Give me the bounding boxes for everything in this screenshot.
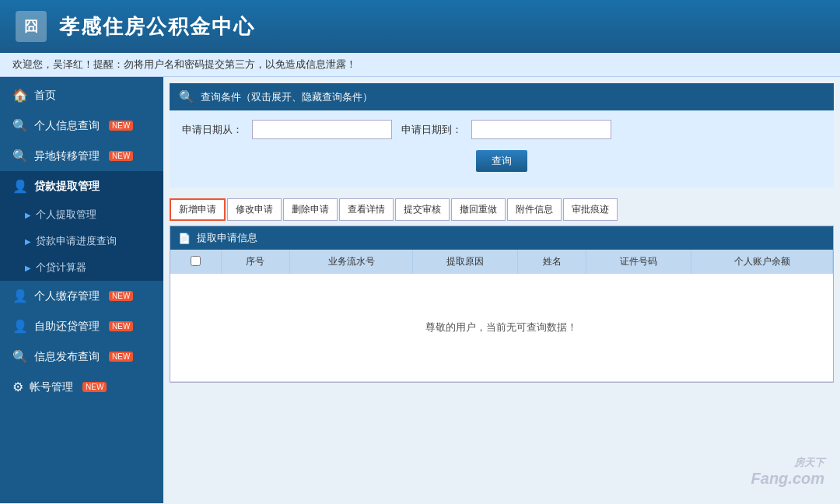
sidebar-item-personal-info[interactable]: 🔍 个人信息查询 NEW bbox=[0, 110, 163, 141]
to-date-input[interactable] bbox=[471, 120, 611, 139]
main-content: 🔍 查询条件（双击展开、隐藏查询条件） 申请日期从： 申请日期到： 查询 bbox=[163, 77, 840, 503]
table-wrap: 序号 业务流水号 提取原因 姓名 证件号码 个人账户余额 bbox=[170, 250, 833, 382]
col-id-no: 证件号码 bbox=[586, 250, 691, 274]
to-date-label: 申请日期到： bbox=[401, 123, 462, 137]
watermark: 房天下 Fang.com bbox=[751, 456, 824, 488]
repay-new-badge: NEW bbox=[109, 321, 133, 331]
toolbar: 新增申请 修改申请 删除申请 查看详情 提交审核 撤回重做 附件信息 审批痕迹 bbox=[163, 194, 840, 226]
content-area: 🔍 查询条件（双击展开、隐藏查询条件） 申请日期从： 申请日期到： 查询 bbox=[163, 77, 840, 503]
edit-apply-button[interactable]: 修改申请 bbox=[227, 198, 282, 221]
sidebar-item-info-label: 信息发布查询 bbox=[34, 350, 100, 364]
notice-bar: 欢迎您，吴泽红！提醒：勿将用户名和密码提交第三方，以免造成信息泄露！ bbox=[0, 53, 840, 77]
table-doc-icon: 📄 bbox=[178, 233, 191, 244]
arrow-icon-3: ▶ bbox=[25, 264, 31, 272]
sub-item-personal-withdraw-label: 个人提取管理 bbox=[36, 208, 96, 222]
personal-info-icon: 🔍 bbox=[12, 118, 28, 133]
table-section: 📄 提取申请信息 序号 业务流水号 提取原因 姓名 证件号码 bbox=[170, 226, 834, 383]
sidebar-item-loan-withdraw[interactable]: 👤 贷款提取管理 bbox=[0, 171, 163, 201]
account-new-badge: NEW bbox=[82, 382, 107, 392]
info-new-badge: NEW bbox=[109, 352, 133, 362]
info-icon: 🔍 bbox=[12, 349, 28, 364]
sidebar-item-info-query[interactable]: 🔍 信息发布查询 NEW bbox=[0, 341, 163, 372]
deposit-icon: 👤 bbox=[12, 289, 28, 303]
table-header-bar: 📄 提取申请信息 bbox=[170, 226, 833, 250]
sidebar-sub-item-loan-progress[interactable]: ▶ 贷款申请进度查询 bbox=[0, 228, 163, 254]
sub-item-loan-progress-label: 贷款申请进度查询 bbox=[36, 234, 117, 248]
arrow-icon: ▶ bbox=[25, 211, 31, 219]
table-section-title: 提取申请信息 bbox=[197, 231, 257, 245]
from-date-input[interactable] bbox=[252, 120, 392, 139]
transfer-new-badge: NEW bbox=[109, 151, 133, 161]
sidebar-item-account-mgmt[interactable]: ⚙ 帐号管理 NEW bbox=[0, 372, 163, 402]
delete-apply-button[interactable]: 删除申请 bbox=[283, 198, 338, 221]
sidebar-item-loan-withdraw-label: 贷款提取管理 bbox=[34, 180, 100, 194]
layout: 🏠 首页 🔍 个人信息查询 NEW 🔍 异地转移管理 NEW 👤 贷款提取管理 … bbox=[0, 77, 840, 503]
view-detail-button[interactable]: 查看详情 bbox=[339, 198, 394, 221]
sidebar-item-home[interactable]: 🏠 首页 bbox=[0, 80, 163, 110]
col-flow-no: 业务流水号 bbox=[289, 250, 412, 274]
arrow-icon-2: ▶ bbox=[25, 237, 31, 246]
header-icon: 囧 bbox=[16, 11, 47, 42]
sidebar-sub-item-personal-withdraw[interactable]: ▶ 个人提取管理 bbox=[0, 201, 163, 228]
data-table: 序号 业务流水号 提取原因 姓名 证件号码 个人账户余额 bbox=[170, 250, 833, 382]
sidebar-item-repay-mgmt[interactable]: 👤 自助还贷管理 NEW bbox=[0, 311, 163, 341]
no-data-message: 尊敬的用户，当前无可查询数据！ bbox=[170, 274, 833, 381]
sidebar-sub-item-loan-calc[interactable]: ▶ 个贷计算器 bbox=[0, 254, 163, 281]
sub-item-loan-calc-label: 个贷计算器 bbox=[36, 261, 86, 275]
sidebar-item-repay-label: 自助还贷管理 bbox=[34, 320, 100, 334]
col-seq: 序号 bbox=[222, 250, 290, 274]
sidebar-sub-menu: ▶ 个人提取管理 ▶ 贷款申请进度查询 ▶ 个贷计算器 bbox=[0, 201, 163, 281]
header-title: 孝感住房公积金中心 bbox=[59, 13, 255, 40]
col-reason: 提取原因 bbox=[413, 250, 518, 274]
transfer-icon: 🔍 bbox=[12, 149, 28, 163]
review-trace-button[interactable]: 审批痕迹 bbox=[563, 198, 618, 221]
sidebar-item-home-label: 首页 bbox=[34, 89, 56, 103]
search-user-icon: 🔍 bbox=[179, 89, 194, 104]
col-name: 姓名 bbox=[518, 250, 586, 274]
home-icon: 🏠 bbox=[12, 88, 28, 103]
sidebar-item-personal-info-label: 个人信息查询 bbox=[34, 119, 100, 133]
deposit-new-badge: NEW bbox=[109, 291, 133, 301]
search-panel-header[interactable]: 🔍 查询条件（双击展开、隐藏查询条件） bbox=[170, 83, 834, 110]
loan-withdraw-icon: 👤 bbox=[12, 179, 28, 194]
header: 囧 孝感住房公积金中心 bbox=[0, 0, 840, 53]
new-apply-button[interactable]: 新增申请 bbox=[170, 198, 226, 221]
personal-info-new-badge: NEW bbox=[109, 121, 133, 131]
from-date-label: 申请日期从： bbox=[182, 123, 243, 137]
sidebar-item-transfer-label: 异地转移管理 bbox=[34, 149, 100, 163]
search-body: 申请日期从： 申请日期到： 查询 bbox=[170, 110, 834, 187]
search-panel-title: 查询条件（双击展开、隐藏查询条件） bbox=[201, 90, 373, 104]
attachment-button[interactable]: 附件信息 bbox=[507, 198, 562, 221]
select-all-checkbox[interactable] bbox=[191, 256, 201, 266]
revoke-button[interactable]: 撤回重做 bbox=[451, 198, 506, 221]
repay-icon: 👤 bbox=[12, 319, 28, 334]
sidebar: 🏠 首页 🔍 个人信息查询 NEW 🔍 异地转移管理 NEW 👤 贷款提取管理 … bbox=[0, 77, 163, 503]
sidebar-item-deposit-mgmt[interactable]: 👤 个人缴存管理 NEW bbox=[0, 281, 163, 311]
watermark-line2: Fang.com bbox=[751, 470, 824, 488]
sidebar-item-deposit-label: 个人缴存管理 bbox=[34, 289, 100, 303]
col-balance: 个人账户余额 bbox=[691, 250, 833, 274]
account-icon: ⚙ bbox=[12, 380, 23, 394]
col-checkbox bbox=[170, 250, 222, 274]
sidebar-item-transfer[interactable]: 🔍 异地转移管理 NEW bbox=[0, 141, 163, 171]
query-button[interactable]: 查询 bbox=[476, 150, 527, 172]
search-panel: 🔍 查询条件（双击展开、隐藏查询条件） 申请日期从： 申请日期到： 查询 bbox=[170, 83, 834, 187]
notice-text: 欢迎您，吴泽红！提醒：勿将用户名和密码提交第三方，以免造成信息泄露！ bbox=[12, 58, 356, 70]
submit-review-button[interactable]: 提交审核 bbox=[395, 198, 450, 221]
watermark-line1: 房天下 bbox=[751, 456, 824, 470]
sidebar-item-account-label: 帐号管理 bbox=[30, 380, 73, 394]
search-row-1: 申请日期从： 申请日期到： bbox=[182, 120, 821, 139]
